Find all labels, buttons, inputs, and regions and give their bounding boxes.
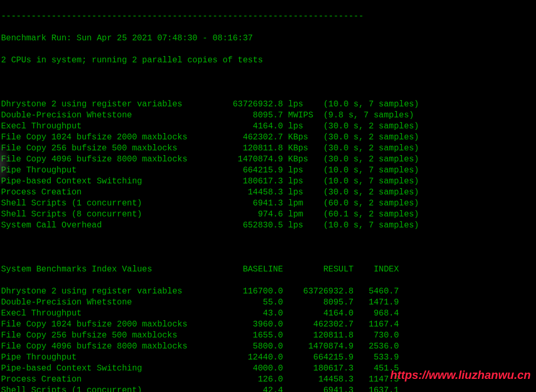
result-row: Pipe Throughput 664215.9 lps (10.0 s, 7 …: [1, 165, 535, 176]
result-row: File Copy 4096 bufsize 8000 maxblocks 14…: [1, 154, 535, 165]
result-row: Double-Precision Whetstone 8095.7 MWIPS …: [1, 110, 535, 121]
result-row: File Copy 1024 bufsize 2000 maxblocks 46…: [1, 132, 535, 143]
result-row: Shell Scripts (1 concurrent) 6941.3 lpm …: [1, 198, 535, 209]
benchmark-run-line: Benchmark Run: Sun Apr 25 2021 07:48:30 …: [1, 33, 535, 44]
index-row: Dhrystone 2 using register variables 116…: [1, 286, 535, 297]
index-row: File Copy 1024 bufsize 2000 maxblocks 39…: [1, 319, 535, 330]
result-row: Process Creation 14458.3 lps (30.0 s, 2 …: [1, 187, 535, 198]
index-row: Pipe Throughput 12440.0 664215.9 533.9: [1, 352, 535, 363]
dashes-line: ----------------------------------------…: [1, 11, 535, 22]
index-row: Pipe-based Context Switching 4000.0 1806…: [1, 363, 535, 374]
index-row: Shell Scripts (1 concurrent) 42.4 6941.3…: [1, 385, 535, 392]
index-row: File Copy 4096 bufsize 8000 maxblocks 58…: [1, 341, 535, 352]
result-row: File Copy 256 bufsize 500 maxblocks 1208…: [1, 143, 535, 154]
results-block: Dhrystone 2 using register variables 637…: [1, 99, 535, 231]
terminal-output: ----------------------------------------…: [0, 0, 536, 392]
blank-line: [1, 77, 535, 88]
result-row: System Call Overhead 652830.5 lps (10.0 …: [1, 220, 535, 231]
result-row: Dhrystone 2 using register variables 637…: [1, 99, 535, 110]
blank-line: [1, 242, 535, 253]
result-row: Pipe-based Context Switching 180617.3 lp…: [1, 176, 535, 187]
index-row: File Copy 256 bufsize 500 maxblocks 1655…: [1, 330, 535, 341]
index-block: Dhrystone 2 using register variables 116…: [1, 286, 535, 392]
index-row: Process Creation 126.0 14458.3 1147.5: [1, 374, 535, 385]
index-row: Double-Precision Whetstone 55.0 8095.7 1…: [1, 297, 535, 308]
result-row: Shell Scripts (8 concurrent) 974.6 lpm (…: [1, 209, 535, 220]
result-row: Execl Throughput 4164.0 lps (30.0 s, 2 s…: [1, 121, 535, 132]
cpu-line: 2 CPUs in system; running 2 parallel cop…: [1, 55, 535, 66]
index-row: Execl Throughput 43.0 4164.0 968.4: [1, 308, 535, 319]
index-header-line: System Benchmarks Index Values BASELINE …: [1, 264, 535, 275]
